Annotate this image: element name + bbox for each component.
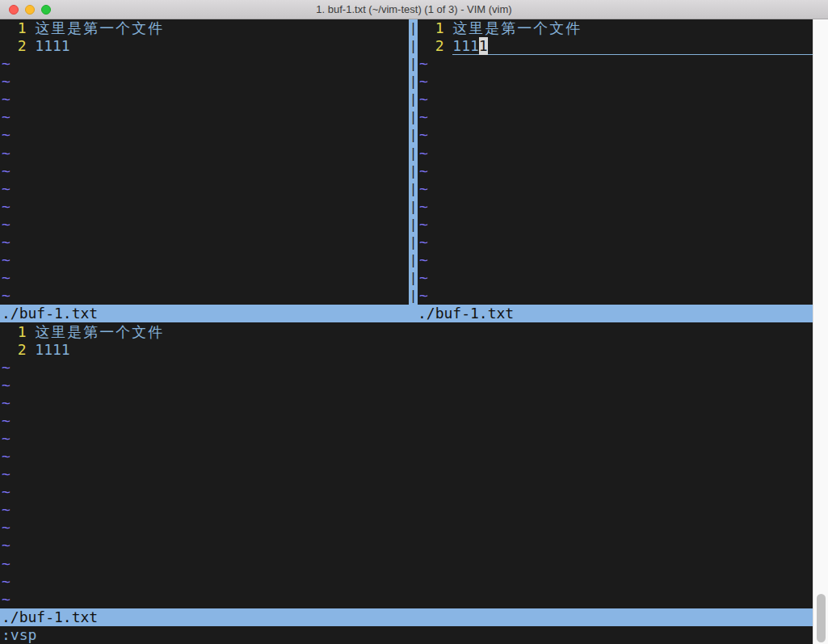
- empty-line-tilde[interactable]: ~: [418, 180, 813, 198]
- line-text: 1111: [35, 341, 813, 359]
- empty-line-tilde[interactable]: ~: [0, 126, 409, 144]
- empty-line-tilde[interactable]: ~: [0, 394, 813, 412]
- zoom-button[interactable]: [41, 5, 51, 15]
- line-number: 2: [0, 37, 35, 55]
- separator-bar: |: [409, 145, 418, 162]
- empty-line-tilde[interactable]: ~: [418, 145, 813, 162]
- empty-line-tilde[interactable]: ~: [0, 73, 409, 90]
- empty-line-tilde[interactable]: ~: [418, 216, 813, 234]
- separator-bar: |: [409, 251, 418, 269]
- separator-bar: |: [409, 180, 418, 198]
- empty-line-tilde[interactable]: ~: [418, 108, 813, 126]
- separator-bar: |: [409, 216, 418, 234]
- empty-line-tilde[interactable]: ~: [418, 90, 813, 108]
- titlebar: 1. buf-1.txt (~/vim-test) (1 of 3) - VIM…: [0, 0, 828, 19]
- separator-bar: |: [409, 198, 418, 216]
- empty-line-tilde[interactable]: ~: [418, 198, 813, 216]
- line-text: 1111: [35, 37, 409, 55]
- vertical-split-separator[interactable]: ||||||||||||||||: [409, 19, 418, 305]
- line-number: 1: [0, 19, 35, 37]
- separator-bar: |: [409, 287, 418, 305]
- scrollbar[interactable]: [813, 19, 828, 644]
- empty-line-tilde[interactable]: ~: [0, 537, 813, 554]
- empty-line-tilde[interactable]: ~: [418, 287, 813, 305]
- separator-bar: |: [409, 90, 418, 108]
- empty-line-tilde[interactable]: ~: [0, 234, 409, 251]
- empty-line-tilde[interactable]: ~: [0, 519, 813, 537]
- line-number: 2: [0, 341, 35, 359]
- statusline-filename-bottom: ./buf-1.txt: [2, 608, 98, 626]
- cursor-block: 1: [479, 37, 488, 55]
- empty-line-tilde[interactable]: ~: [418, 162, 813, 180]
- empty-line-tilde[interactable]: ~: [418, 234, 813, 251]
- scrollbar-thumb[interactable]: [817, 594, 826, 642]
- vim-window-top-left[interactable]: 1 这里是第一个文件 2 1111~~~~~~~~~~~~~~: [0, 19, 409, 305]
- separator-bar: |: [409, 162, 418, 180]
- empty-line-tilde[interactable]: ~: [0, 573, 813, 591]
- empty-line-tilde[interactable]: ~: [0, 180, 409, 198]
- empty-line-tilde[interactable]: ~: [0, 216, 409, 234]
- buffer-line[interactable]: 1 这里是第一个文件: [0, 19, 409, 37]
- minimize-button[interactable]: [25, 5, 35, 15]
- empty-line-tilde[interactable]: ~: [0, 90, 409, 108]
- empty-line-tilde[interactable]: ~: [0, 501, 813, 519]
- vim-window-bottom[interactable]: 1 这里是第一个文件 2 1111~~~~~~~~~~~~~~: [0, 323, 813, 608]
- empty-line-tilde[interactable]: ~: [0, 198, 409, 216]
- close-button[interactable]: [9, 5, 19, 15]
- separator-bar: |: [409, 126, 418, 144]
- empty-line-tilde[interactable]: ~: [0, 465, 813, 483]
- empty-line-tilde[interactable]: ~: [0, 162, 409, 180]
- empty-line-tilde[interactable]: ~: [0, 430, 813, 448]
- statusline-filename-left: ./buf-1.txt: [2, 305, 98, 322]
- empty-line-tilde[interactable]: ~: [0, 377, 813, 394]
- empty-line-tilde[interactable]: ~: [0, 359, 813, 377]
- buffer-line[interactable]: 2 1111: [418, 37, 813, 55]
- line-number: 2: [418, 37, 452, 55]
- separator-bar: |: [409, 19, 418, 37]
- statusline-bottom[interactable]: ./buf-1.txt: [0, 608, 813, 626]
- window-title: 1. buf-1.txt (~/vim-test) (1 of 3) - VIM…: [0, 3, 828, 15]
- vim-window-top-right[interactable]: 1 这里是第一个文件 2 1111~~~~~~~~~~~~~~: [418, 19, 813, 305]
- vim-editor: 1 这里是第一个文件 2 1111~~~~~~~~~~~~~~ ||||||||…: [0, 19, 828, 644]
- statusline-filename-right: ./buf-1.txt: [418, 305, 514, 322]
- line-number: 1: [0, 323, 35, 341]
- empty-line-tilde[interactable]: ~: [0, 145, 409, 162]
- line-text: 这里是第一个文件: [35, 19, 409, 37]
- statusline-top[interactable]: ./buf-1.txt ./buf-1.txt: [0, 305, 813, 322]
- buffer-line[interactable]: 2 1111: [0, 37, 409, 55]
- empty-line-tilde[interactable]: ~: [418, 73, 813, 90]
- traffic-lights: [9, 0, 51, 19]
- line-number: 1: [418, 19, 452, 37]
- empty-line-tilde[interactable]: ~: [418, 251, 813, 269]
- empty-line-tilde[interactable]: ~: [0, 287, 409, 305]
- separator-bar: |: [409, 108, 418, 126]
- separator-bar: |: [409, 234, 418, 251]
- separator-bar: |: [409, 37, 418, 55]
- separator-bar: |: [409, 55, 418, 73]
- empty-line-tilde[interactable]: ~: [0, 412, 813, 430]
- empty-line-tilde[interactable]: ~: [0, 448, 813, 465]
- separator-bar: |: [409, 73, 418, 90]
- buffer-line[interactable]: 1 这里是第一个文件: [0, 323, 813, 341]
- separator-bar: |: [409, 269, 418, 287]
- macvim-window: 1. buf-1.txt (~/vim-test) (1 of 3) - VIM…: [0, 0, 828, 644]
- command-line[interactable]: :vsp: [2, 626, 813, 644]
- empty-line-tilde[interactable]: ~: [418, 126, 813, 144]
- empty-line-tilde[interactable]: ~: [0, 269, 409, 287]
- empty-line-tilde[interactable]: ~: [0, 483, 813, 501]
- empty-line-tilde[interactable]: ~: [0, 55, 409, 73]
- line-text: 这里是第一个文件: [452, 19, 813, 37]
- empty-line-tilde[interactable]: ~: [0, 555, 813, 573]
- empty-line-tilde[interactable]: ~: [418, 269, 813, 287]
- line-text: 1111: [452, 37, 813, 55]
- empty-line-tilde[interactable]: ~: [0, 251, 409, 269]
- buffer-line[interactable]: 2 1111: [0, 341, 813, 359]
- line-text: 这里是第一个文件: [35, 323, 813, 341]
- buffer-line[interactable]: 1 这里是第一个文件: [418, 19, 813, 37]
- empty-line-tilde[interactable]: ~: [418, 55, 813, 73]
- empty-line-tilde[interactable]: ~: [0, 108, 409, 126]
- empty-line-tilde[interactable]: ~: [0, 591, 813, 608]
